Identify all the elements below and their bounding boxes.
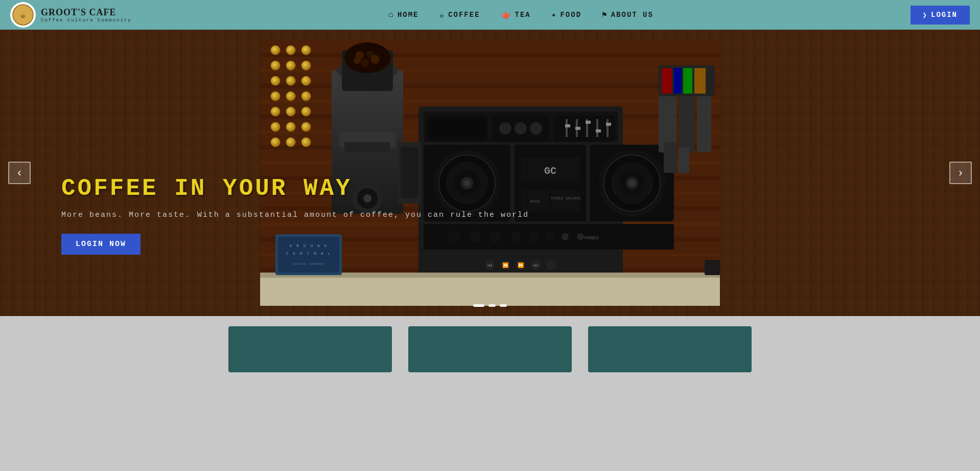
svg-point-95 [629, 180, 635, 186]
svg-point-31 [286, 92, 295, 101]
chevron-left-icon: ‹ [17, 166, 21, 180]
main-nav: ⌂ Home ☕ Coffee 🫖 Tea ✦ Food ⚑ About Us [388, 10, 654, 20]
svg-rect-126 [683, 68, 692, 94]
brand-text: Groot's Cafe Coffee Culture Community [41, 7, 132, 23]
slider-dot-3[interactable] [500, 304, 507, 307]
svg-rect-73 [596, 129, 601, 132]
brand-logo: ☕ [10, 2, 36, 28]
svg-text:☕: ☕ [20, 10, 26, 20]
slider-dot-1[interactable] [473, 304, 484, 307]
navbar-login-button[interactable]: ❯ Login [911, 6, 970, 25]
nav-home-label: Home [398, 11, 419, 19]
svg-text:TREBLE BALANCE: TREBLE BALANCE [551, 196, 581, 200]
nav-home[interactable]: ⌂ Home [388, 10, 418, 19]
hero-subtitle: More beans. More taste. With a substanti… [61, 209, 529, 219]
svg-text:GC: GC [544, 165, 556, 177]
navbar: ☕ Groot's Cafe Coffee Culture Community … [0, 0, 980, 30]
svg-point-45 [344, 42, 390, 73]
slider-next-button[interactable]: › [949, 162, 972, 184]
tea-icon: 🫖 [501, 10, 512, 20]
svg-rect-105 [577, 233, 584, 240]
svg-point-34 [286, 107, 295, 116]
svg-point-25 [286, 61, 295, 70]
svg-point-32 [301, 92, 311, 101]
hero-image-container: GC BASS TREBLE BALANCE PHONES [0, 30, 980, 316]
svg-rect-70 [565, 124, 570, 127]
nav-coffee[interactable]: ☕ Coffee [439, 10, 480, 20]
svg-rect-120 [697, 96, 711, 152]
svg-point-49 [361, 59, 369, 67]
svg-point-22 [286, 46, 295, 55]
login-arrow-icon: ❯ [923, 11, 928, 19]
home-icon: ⌂ [388, 10, 394, 19]
nav-coffee-label: Coffee [448, 11, 480, 19]
svg-point-62 [515, 122, 527, 134]
svg-point-26 [301, 61, 311, 70]
svg-point-39 [271, 138, 280, 147]
hero-subtitle-bold: More beans. More taste. [61, 211, 191, 219]
chevron-right-icon: › [959, 166, 962, 180]
slider-dot-2[interactable] [488, 304, 496, 307]
svg-point-63 [530, 122, 542, 134]
nav-tea-label: Tea [515, 11, 531, 19]
svg-rect-121 [664, 142, 676, 173]
svg-text:⏭: ⏭ [533, 263, 539, 268]
svg-rect-52 [344, 142, 390, 152]
food-icon: ✦ [551, 10, 557, 20]
svg-point-29 [301, 76, 311, 85]
coffee-icon: ☕ [439, 10, 446, 20]
hero-title: Coffee in your way [61, 175, 529, 202]
bottom-card-3 [588, 326, 752, 372]
bottom-card-2 [408, 326, 572, 372]
svg-text:⏮: ⏮ [487, 263, 493, 268]
svg-text:⏪: ⏪ [502, 262, 509, 268]
hero-content: Coffee in your way More beans. More tast… [61, 175, 529, 255]
svg-point-24 [271, 61, 280, 70]
nav-food[interactable]: ✦ Food [551, 10, 581, 20]
nav-about-label: About Us [611, 11, 654, 19]
svg-point-36 [271, 122, 280, 131]
svg-point-41 [301, 138, 311, 147]
nav-tea[interactable]: 🫖 Tea [501, 10, 531, 20]
svg-point-102 [545, 232, 555, 242]
svg-rect-72 [586, 121, 591, 124]
brand-name: Groot's Cafe [41, 7, 132, 18]
hero-subtitle-rest: With a substantial amount of coffee, you… [197, 211, 529, 219]
svg-rect-119 [679, 91, 694, 152]
svg-rect-71 [575, 127, 580, 130]
svg-point-40 [286, 138, 295, 147]
svg-rect-124 [662, 68, 672, 94]
svg-point-35 [301, 107, 311, 116]
svg-point-21 [271, 46, 280, 55]
svg-rect-125 [674, 68, 682, 94]
svg-point-33 [271, 107, 280, 116]
brand: ☕ Groot's Cafe Coffee Culture Community [10, 2, 132, 28]
slider-prev-button[interactable]: ‹ [8, 162, 31, 184]
svg-rect-135 [705, 260, 720, 275]
svg-rect-86 [551, 191, 580, 211]
svg-point-111 [546, 260, 556, 270]
svg-point-37 [286, 122, 295, 131]
svg-text:BASS: BASS [530, 199, 540, 204]
hero-login-button[interactable]: Login Now [61, 234, 141, 255]
hero-section: GC BASS TREBLE BALANCE PHONES [0, 30, 980, 316]
svg-point-38 [301, 122, 311, 131]
coffee-machine-svg: GC BASS TREBLE BALANCE PHONES [260, 40, 720, 306]
svg-rect-122 [678, 147, 689, 173]
svg-point-23 [301, 46, 311, 55]
svg-point-30 [271, 92, 280, 101]
svg-point-61 [499, 122, 511, 134]
svg-point-28 [286, 76, 295, 85]
svg-rect-128 [260, 275, 720, 306]
navbar-login-label: Login [931, 11, 958, 19]
svg-rect-127 [694, 68, 706, 94]
brand-tagline: Coffee Culture Community [41, 18, 132, 23]
svg-text:COFFEE COMPANY: COFFEE COMPANY [292, 262, 325, 266]
svg-rect-74 [606, 123, 611, 126]
svg-text:PHONES: PHONES [582, 236, 598, 241]
hero-login-label: Login Now [76, 240, 126, 249]
nav-about[interactable]: ⚑ About Us [602, 10, 654, 20]
bottom-card-1 [228, 326, 392, 372]
svg-rect-59 [429, 118, 485, 139]
about-icon: ⚑ [602, 10, 608, 20]
